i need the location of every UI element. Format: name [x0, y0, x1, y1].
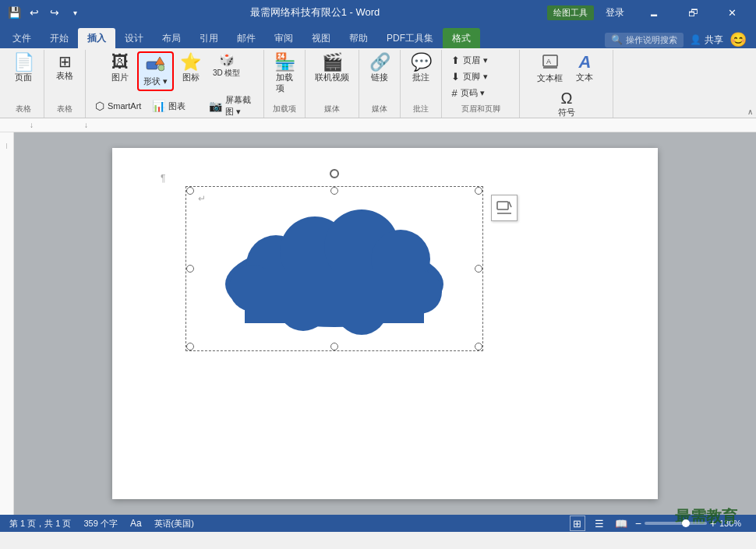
tab-references[interactable]: 引用: [190, 28, 228, 48]
shapes-button[interactable]: 形状 ▾: [137, 51, 174, 91]
zoom-slider[interactable]: [645, 522, 707, 525]
table-icon: ⊞: [58, 54, 72, 69]
header-button[interactable]: ⬆ 页眉 ▾: [447, 53, 514, 68]
3d-label: 3D 模型: [213, 68, 241, 79]
comment-icon: 💬: [411, 54, 432, 71]
page-icon: 📄: [13, 54, 34, 71]
addins-group-label: 加载项: [273, 104, 296, 116]
handle-ml[interactable]: [186, 265, 194, 273]
smartart-label: SmartArt: [108, 101, 141, 111]
search-bar[interactable]: 🔍 操作说明搜索: [605, 33, 684, 48]
table-label: 表格: [56, 71, 73, 82]
title-bar-left: 💾 ↩ ↪ ▾: [6, 5, 83, 20]
read-mode-button[interactable]: 📖: [613, 516, 629, 531]
watermark: 最需教育: [675, 506, 737, 515]
handle-bc[interactable]: [330, 343, 338, 350]
handle-bl[interactable]: [186, 343, 194, 350]
ruler-arrow-right: ↓: [84, 121, 88, 129]
table-button[interactable]: ⊞ 表格: [49, 51, 80, 84]
ribbon-group-text: A 文本框 A 文本 Ω 符号 文本: [520, 50, 613, 118]
chart-button[interactable]: 📊 图表: [147, 93, 203, 119]
addins-items: 🏪 加载项: [269, 51, 300, 104]
chart-icon: 📊: [152, 100, 165, 112]
icons-icon: ⭐: [180, 54, 201, 71]
search-icon: 🔍: [611, 34, 623, 45]
print-layout-view-button[interactable]: ⊞: [570, 516, 585, 531]
close-button[interactable]: ✕: [714, 0, 750, 25]
symbol-button[interactable]: Ω 符号: [553, 88, 580, 121]
restore-button[interactable]: 🗗: [675, 0, 711, 25]
comment-button[interactable]: 💬 批注: [405, 51, 436, 86]
login-button[interactable]: 登录: [597, 0, 633, 25]
handle-tc[interactable]: [330, 187, 338, 195]
page-button[interactable]: 📄 页面: [8, 51, 39, 86]
header-label: 页眉 ▾: [463, 55, 487, 66]
picture-icon: 🖼: [111, 54, 129, 71]
emoji-icon: 😊: [730, 31, 747, 48]
comments-group-label: 批注: [413, 104, 429, 116]
shape-edit-icon[interactable]: [491, 195, 518, 221]
tab-insert[interactable]: 插入: [78, 28, 115, 48]
lang-icon: Aa: [130, 518, 142, 529]
tab-help[interactable]: 帮助: [340, 28, 377, 48]
comment-label: 批注: [412, 72, 429, 83]
tab-design[interactable]: 设计: [115, 28, 153, 48]
collapse-ribbon-button[interactable]: ∧: [747, 107, 753, 116]
document-title: 最需网络科技有限公1 - Word: [83, 5, 547, 19]
online-video-button[interactable]: 🎬 联机视频: [310, 51, 354, 86]
share-button[interactable]: 👤 共享: [690, 33, 723, 47]
tab-pdf[interactable]: PDF工具集: [377, 28, 443, 48]
footer-button[interactable]: ⬇ 页脚 ▾: [447, 69, 514, 84]
document-area[interactable]: ¶ ↵: [14, 132, 756, 515]
wordart-button[interactable]: A 文本: [569, 51, 600, 86]
tab-home[interactable]: 开始: [41, 28, 78, 48]
svg-text:A: A: [546, 58, 551, 65]
save-icon[interactable]: 💾: [6, 5, 22, 20]
handle-tr[interactable]: [475, 187, 482, 195]
minimize-button[interactable]: 🗕: [636, 0, 672, 25]
textbox-button[interactable]: A 文本框: [532, 51, 567, 86]
tab-format[interactable]: 格式: [443, 28, 480, 48]
tab-mailings[interactable]: 邮件: [228, 28, 265, 48]
ribbon-group-table: ⊞ 表格 表格: [44, 50, 86, 118]
zoom-out-button[interactable]: −: [635, 517, 641, 530]
customize-qat-icon[interactable]: ▾: [67, 5, 83, 20]
wordart-label: 文本: [576, 72, 593, 83]
links-group-label: 媒体: [372, 104, 387, 116]
cloud-shape-container[interactable]: [190, 191, 479, 347]
link-label: 链接: [371, 72, 388, 83]
undo-icon[interactable]: ↩: [26, 5, 42, 20]
smartart-button[interactable]: ⬡ SmartArt: [90, 93, 146, 119]
handle-tl[interactable]: [186, 187, 194, 195]
redo-icon[interactable]: ↪: [47, 5, 62, 20]
vertical-ruler: |: [0, 132, 14, 515]
screenshot-button[interactable]: 📷 屏幕截图 ▾: [204, 93, 260, 119]
person-icon: 👤: [690, 34, 701, 45]
tab-view[interactable]: 视图: [302, 28, 340, 48]
page-number-button[interactable]: # 页码 ▾: [447, 86, 514, 100]
icons-button[interactable]: ⭐ 图标: [175, 51, 207, 86]
footer-label: 页脚 ▾: [463, 71, 487, 83]
handle-mr[interactable]: [475, 265, 482, 273]
links-items: 🔗 链接: [364, 51, 395, 104]
picture-button[interactable]: 🖼 图片: [104, 51, 136, 86]
link-button[interactable]: 🔗 链接: [364, 51, 395, 86]
svg-marker-1: [155, 57, 164, 65]
status-left: 第 1 页，共 1 页 359 个字 Aa 英语(美国): [9, 518, 194, 530]
handle-br[interactable]: [475, 343, 482, 350]
search-label: 操作说明搜索: [626, 34, 677, 46]
tab-review[interactable]: 审阅: [265, 28, 302, 48]
pages-group-label: 表格: [16, 104, 31, 116]
tab-layout[interactable]: 布局: [153, 28, 190, 48]
drawing-tools-label: 绘图工具: [547, 5, 594, 20]
addins-button[interactable]: 🏪 加载项: [269, 51, 300, 97]
3d-model-button[interactable]: 🎲 3D 模型: [208, 51, 246, 81]
ribbon-group-header-footer: ⬆ 页眉 ▾ ⬇ 页脚 ▾ # 页码 ▾ 页眉和页脚: [442, 50, 520, 118]
svg-point-2: [158, 65, 164, 71]
wordart-icon: A: [579, 54, 592, 71]
web-layout-view-button[interactable]: ☰: [592, 516, 607, 531]
video-label: 联机视频: [315, 72, 349, 83]
horizontal-ruler: ↓ ↓: [0, 118, 756, 132]
rotate-handle[interactable]: [330, 169, 339, 178]
tab-file[interactable]: 文件: [3, 28, 41, 48]
